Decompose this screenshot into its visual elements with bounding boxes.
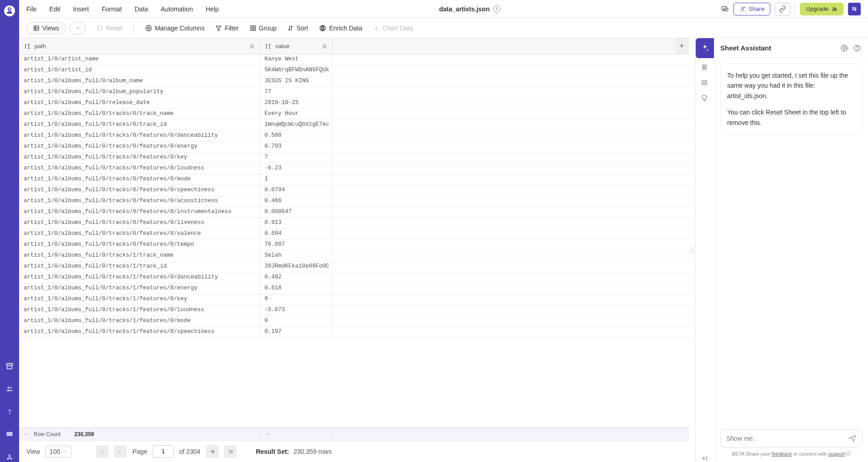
assistant-ai-icon[interactable] xyxy=(696,38,714,58)
chevron-down-icon[interactable] xyxy=(264,432,270,437)
sidebar-webhook-icon[interactable] xyxy=(5,452,15,462)
cell-value[interactable]: 0.197 xyxy=(260,327,333,338)
cell-value[interactable]: 0.694 xyxy=(260,229,333,239)
table-row[interactable]: artist_1/0/albums_full/0/tracks/1/featur… xyxy=(19,273,689,283)
cell-value[interactable]: Selah xyxy=(260,251,333,261)
last-page-button[interactable] xyxy=(224,445,237,458)
page-input[interactable] xyxy=(153,445,174,458)
enrich-button[interactable]: Enrich Data xyxy=(319,25,362,32)
cell-value[interactable]: 1WnqWQcWcuQbVzgE7ec xyxy=(260,120,333,130)
assistant-input[interactable] xyxy=(726,435,845,442)
cell-value[interactable]: 0.618 xyxy=(260,283,333,294)
cell-value[interactable]: 9 xyxy=(260,294,333,305)
footer-support-link[interactable]: support xyxy=(828,451,845,457)
cell-value[interactable]: JESUS IS KING xyxy=(260,76,333,87)
cell-value[interactable]: 2019-10-25 xyxy=(260,98,333,109)
cell-path[interactable]: artist_1/0/albums_full/0/tracks/1/featur… xyxy=(19,316,260,327)
table-row[interactable]: artist_1/0/albums_full/0/tracks/1/track_… xyxy=(19,251,689,262)
table-row[interactable]: artist_1/0/albums_full/0/tracks/0/featur… xyxy=(19,240,689,251)
cell-path[interactable]: artist_1/0/albums_full/0/tracks/1/track_… xyxy=(19,251,260,261)
table-row[interactable]: artist_1/0/albums_full/0/album_nameJESUS… xyxy=(19,76,689,87)
table-row[interactable]: artist_1/0/albums_full/0/tracks/0/featur… xyxy=(19,229,689,240)
cell-value[interactable]: 0.913 xyxy=(260,218,333,229)
cell-path[interactable]: artist_1/0/albums_full/0/tracks/0/featur… xyxy=(19,164,260,174)
assistant-collapse-icon[interactable] xyxy=(701,455,710,462)
cell-path[interactable]: artist_1/0/albums_full/0/tracks/0/featur… xyxy=(19,218,260,229)
per-page-selector[interactable]: 100 xyxy=(45,446,71,457)
cell-value[interactable]: 77 xyxy=(260,87,333,98)
menu-edit[interactable]: Edit xyxy=(50,5,60,13)
first-page-button[interactable] xyxy=(96,445,109,458)
table-row[interactable]: artist_1/0/albums_full/0/tracks/0/featur… xyxy=(19,218,689,229)
assistant-send-icon[interactable] xyxy=(848,434,857,442)
next-page-button[interactable] xyxy=(206,445,219,458)
cell-path[interactable]: artist_1/0/albums_full/0/tracks/1/featur… xyxy=(19,273,260,283)
upgrade-button[interactable]: Upgrade xyxy=(800,3,843,15)
cell-path[interactable]: artist_1/0/albums_full/0/tracks/0/featur… xyxy=(19,240,260,250)
table-row[interactable]: artist_1/0/albums_full/0/album_popularit… xyxy=(19,87,689,98)
filter-button[interactable]: Filter xyxy=(215,25,239,32)
cell-path[interactable]: artist_1/0/albums_full/0/tracks/0/featur… xyxy=(19,142,260,152)
sidebar-archive-icon[interactable] xyxy=(5,361,15,371)
assistant-help-icon[interactable] xyxy=(853,45,862,52)
views-button[interactable]: Views xyxy=(26,22,66,34)
table-row[interactable]: artist_1/0/albums_full/0/release_date201… xyxy=(19,98,689,109)
resize-handle[interactable] xyxy=(689,38,695,462)
cell-value[interactable]: 0.0794 xyxy=(260,185,333,196)
cell-path[interactable]: artist_1/0/albums_full/0/album_name xyxy=(19,76,260,87)
assistant-rows-icon[interactable] xyxy=(701,79,710,86)
add-column-button[interactable]: + xyxy=(674,38,689,54)
cell-path[interactable]: artist_1/0/albums_full/0/tracks/0/featur… xyxy=(19,229,260,239)
sidebar-users-icon[interactable] xyxy=(5,384,15,394)
menu-help[interactable]: Help xyxy=(205,5,219,13)
grid-body[interactable]: artist_1/0/artist_nameKanye Westartist_1… xyxy=(19,55,689,427)
table-row[interactable]: artist_1/0/albums_full/0/tracks/0/featur… xyxy=(19,164,689,174)
table-row[interactable]: artist_1/0/albums_full/0/tracks/0/featur… xyxy=(19,142,689,153)
cell-path[interactable]: artist_1/0/albums_full/0/tracks/0/featur… xyxy=(19,153,260,163)
share-button[interactable]: Share xyxy=(733,3,770,15)
cell-value[interactable]: 0.466 xyxy=(260,196,333,207)
table-row[interactable]: artist_1/0/albums_full/0/tracks/0/featur… xyxy=(19,153,689,164)
menu-file[interactable]: File xyxy=(26,5,37,13)
cell-value[interactable]: 7 xyxy=(260,153,333,163)
cell-path[interactable]: artist_1/0/albums_full/0/tracks/0/featur… xyxy=(19,174,260,185)
cell-value[interactable]: -6.23 xyxy=(260,164,333,174)
table-row[interactable]: artist_1/0/albums_full/0/tracks/0/featur… xyxy=(19,196,689,207)
table-row[interactable]: artist_1/0/albums_full/0/tracks/1/featur… xyxy=(19,283,689,294)
column-header-path[interactable]: path xyxy=(19,38,260,54)
cell-value[interactable]: 1 xyxy=(260,174,333,185)
table-row[interactable]: artist_1/0/albums_full/0/tracks/1/featur… xyxy=(19,327,689,338)
cell-value[interactable]: 0.793 xyxy=(260,142,333,152)
manage-columns-button[interactable]: Manage Columns xyxy=(145,25,205,32)
assistant-settings-icon[interactable] xyxy=(841,45,849,52)
group-button[interactable]: Group xyxy=(250,25,277,32)
reset-button[interactable]: Reset xyxy=(97,25,123,32)
cell-value[interactable]: 76.997 xyxy=(260,240,333,250)
document-title-text[interactable]: data_artists.json xyxy=(439,5,489,13)
column-value-menu-icon[interactable] xyxy=(321,43,328,50)
cell-value[interactable]: 0 xyxy=(260,316,333,327)
table-row[interactable]: artist_1/0/albums_full/0/tracks/0/track_… xyxy=(19,109,689,120)
table-row[interactable]: artist_1/0/albums_full/0/tracks/1/featur… xyxy=(19,316,689,327)
comments-icon[interactable] xyxy=(721,5,729,13)
cell-value[interactable]: 0.482 xyxy=(260,273,333,283)
cell-value[interactable]: -5.673 xyxy=(260,305,333,316)
column-path-menu-icon[interactable] xyxy=(249,43,255,50)
user-avatar[interactable]: N xyxy=(848,3,861,15)
column-header-value[interactable]: value xyxy=(260,38,333,54)
cell-path[interactable]: artist_1/0/albums_full/0/album_popularit… xyxy=(19,87,260,98)
chevron-down-icon[interactable] xyxy=(24,432,29,437)
cell-value[interactable]: Kanye West xyxy=(260,55,333,65)
table-row[interactable]: artist_1/0/albums_full/0/tracks/0/featur… xyxy=(19,131,689,142)
table-row[interactable]: artist_1/0/albums_full/0/tracks/0/track_… xyxy=(19,120,689,131)
sidebar-help-icon[interactable] xyxy=(5,407,15,417)
cell-path[interactable]: artist_1/0/albums_full/0/tracks/1/track_… xyxy=(19,262,260,272)
cell-path[interactable]: artist_1/0/albums_full/0/tracks/1/featur… xyxy=(19,305,260,316)
views-dropdown[interactable] xyxy=(70,22,86,35)
table-row[interactable]: artist_1/0/albums_full/0/tracks/1/featur… xyxy=(19,305,689,316)
menu-format[interactable]: Format xyxy=(102,5,122,13)
sidebar-chat-icon[interactable] xyxy=(5,429,15,439)
link-button[interactable] xyxy=(775,3,790,15)
table-row[interactable]: artist_1/0/artist_nameKanye West xyxy=(19,55,689,65)
sort-button[interactable]: Sort xyxy=(287,25,308,32)
